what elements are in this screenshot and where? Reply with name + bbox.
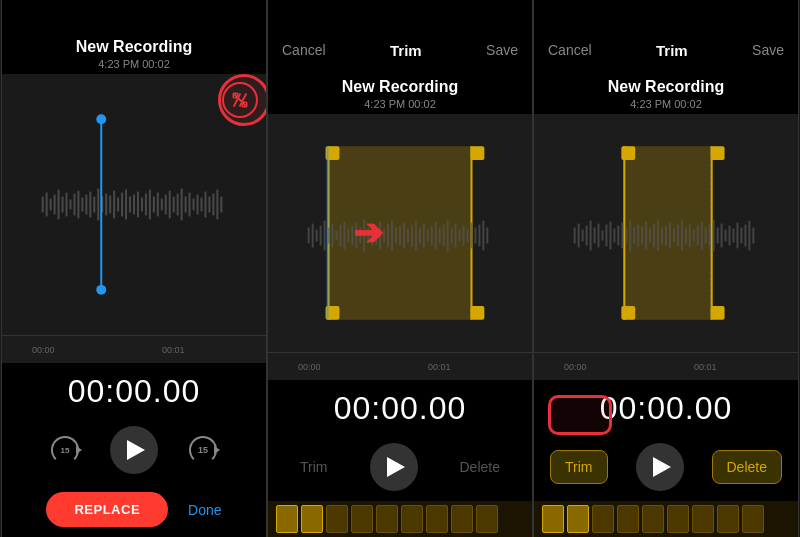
film-frame-3-6 xyxy=(667,505,689,533)
svg-rect-64 xyxy=(332,224,334,248)
film-frame-3-3 xyxy=(592,505,614,533)
svg-rect-88 xyxy=(427,230,429,242)
svg-rect-1 xyxy=(46,193,48,217)
waveform-area-1 xyxy=(2,74,266,335)
svg-rect-25 xyxy=(141,198,143,212)
svg-rect-10 xyxy=(81,198,83,212)
svg-rect-110 xyxy=(621,306,635,320)
svg-rect-86 xyxy=(419,228,421,244)
trim-icon xyxy=(231,91,249,109)
svg-point-48 xyxy=(96,285,106,295)
film-frame-4 xyxy=(351,505,373,533)
svg-rect-126 xyxy=(629,220,631,252)
svg-rect-58 xyxy=(308,228,310,244)
svg-rect-45 xyxy=(220,197,222,213)
svg-rect-144 xyxy=(701,222,703,250)
svg-rect-97 xyxy=(463,226,465,246)
delete-btn-2[interactable]: Delete xyxy=(446,451,514,483)
svg-rect-131 xyxy=(649,229,651,243)
svg-rect-44 xyxy=(216,190,218,220)
svg-rect-9 xyxy=(77,191,79,219)
svg-rect-74 xyxy=(371,225,373,247)
svg-rect-40 xyxy=(200,198,202,212)
svg-rect-18 xyxy=(113,191,115,219)
svg-rect-38 xyxy=(193,199,195,211)
film-frame-7 xyxy=(426,505,448,533)
svg-rect-16 xyxy=(105,194,107,216)
svg-rect-62 xyxy=(324,221,326,251)
svg-rect-23 xyxy=(133,195,135,215)
svg-rect-6 xyxy=(66,193,68,217)
tick-0-3: 00:00 xyxy=(564,362,587,372)
skip-forward-btn[interactable]: 15 xyxy=(186,433,220,467)
svg-rect-122 xyxy=(613,229,615,243)
trim-icon-button[interactable] xyxy=(222,82,258,118)
nav-cancel-2[interactable]: Cancel xyxy=(282,42,326,58)
svg-rect-127 xyxy=(633,228,635,244)
svg-rect-125 xyxy=(625,228,627,244)
waveform-svg-2 xyxy=(268,114,532,352)
svg-rect-139 xyxy=(681,221,683,251)
filmstrip-3 xyxy=(534,501,798,537)
nav-save-2[interactable]: Save xyxy=(486,42,518,58)
nav-save-3[interactable]: Save xyxy=(752,42,784,58)
svg-rect-130 xyxy=(645,222,647,250)
svg-rect-14 xyxy=(97,189,99,221)
done-button[interactable]: Done xyxy=(188,502,221,518)
svg-rect-73 xyxy=(367,228,369,244)
notch-3 xyxy=(626,0,706,20)
film-frame-3-5 xyxy=(642,505,664,533)
nav-bar-3: Cancel Trim Save xyxy=(534,30,798,70)
svg-rect-11 xyxy=(85,195,87,215)
svg-rect-112 xyxy=(574,228,576,244)
svg-rect-42 xyxy=(208,197,210,213)
trim-action-btn-2[interactable]: Trim xyxy=(286,451,341,483)
timeline-ruler-2: 00:00 00:01 xyxy=(268,352,532,380)
replace-button[interactable]: REPLACE xyxy=(46,492,168,527)
svg-rect-77 xyxy=(383,229,385,243)
recording-meta-3: 4:23 PM 00:02 xyxy=(534,98,798,110)
svg-rect-141 xyxy=(689,224,691,248)
delete-btn-3[interactable]: Delete xyxy=(712,450,782,484)
nav-cancel-3[interactable]: Cancel xyxy=(548,42,592,58)
svg-rect-24 xyxy=(137,192,139,218)
svg-rect-121 xyxy=(609,222,611,250)
svg-rect-100 xyxy=(474,228,476,244)
svg-rect-149 xyxy=(721,224,723,248)
recording-title-2: New Recording xyxy=(268,78,532,96)
svg-rect-145 xyxy=(705,228,707,244)
svg-rect-119 xyxy=(601,231,603,241)
svg-rect-29 xyxy=(157,193,159,217)
play-button-3[interactable] xyxy=(636,443,684,491)
svg-rect-83 xyxy=(407,229,409,243)
waveform-area-3 xyxy=(534,114,798,352)
svg-rect-4 xyxy=(58,190,60,220)
svg-rect-71 xyxy=(359,228,361,244)
film-frame-5 xyxy=(376,505,398,533)
recording-meta-2: 4:23 PM 00:02 xyxy=(268,98,532,110)
svg-rect-133 xyxy=(657,221,659,251)
svg-rect-94 xyxy=(451,228,453,244)
svg-rect-103 xyxy=(486,228,488,244)
play-button-2[interactable] xyxy=(370,443,418,491)
film-frame-3-8 xyxy=(717,505,739,533)
timer-1: 00:00.00 xyxy=(2,363,266,418)
svg-rect-33 xyxy=(173,197,175,213)
svg-rect-92 xyxy=(443,225,445,247)
skip-back-btn[interactable]: 15 xyxy=(48,433,82,467)
tick-1: 00:01 xyxy=(162,345,185,355)
top-bar-3 xyxy=(534,0,798,30)
svg-rect-68 xyxy=(347,229,349,243)
svg-rect-148 xyxy=(717,228,719,244)
svg-rect-60 xyxy=(316,230,318,242)
svg-rect-36 xyxy=(185,197,187,213)
svg-rect-21 xyxy=(125,190,127,220)
svg-rect-156 xyxy=(748,221,750,251)
trim-action-btn-3[interactable]: Trim xyxy=(550,450,607,484)
play-button-1[interactable] xyxy=(110,426,158,474)
svg-rect-105 xyxy=(623,146,712,320)
film-frame-8 xyxy=(451,505,473,533)
svg-rect-147 xyxy=(713,220,715,252)
controls-row-1: 15 15 xyxy=(2,418,266,484)
svg-rect-39 xyxy=(197,195,199,215)
